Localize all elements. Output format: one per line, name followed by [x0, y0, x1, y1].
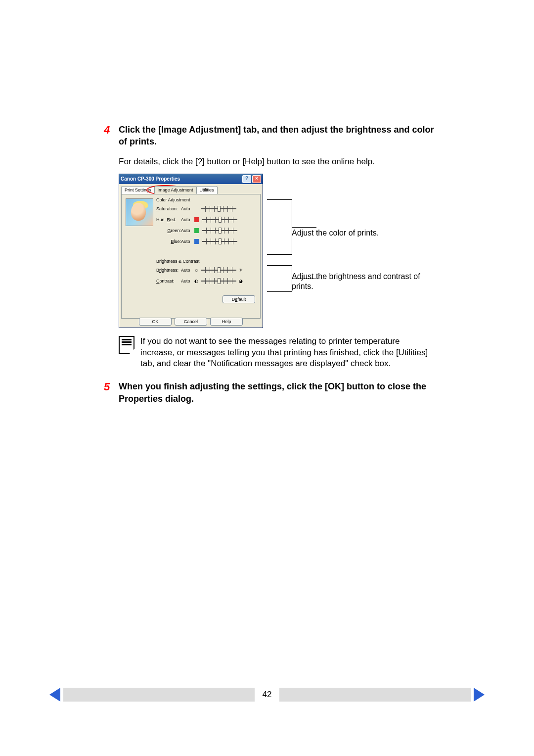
- label-green: Green:: [156, 228, 181, 233]
- footer-bar-right: [279, 688, 471, 702]
- page-footer: 42: [0, 688, 534, 702]
- properties-dialog: Canon CP-300 Properties ? × Print Settin…: [119, 174, 263, 328]
- tab-utilities[interactable]: Utilities: [196, 186, 218, 194]
- row-green: Green: Auto: [156, 225, 238, 236]
- value-saturation: Auto: [181, 206, 193, 211]
- row-contrast: Contrast: Auto ◐ ◕: [156, 276, 244, 286]
- step-number: 5: [104, 380, 119, 405]
- slider-blue[interactable]: [202, 238, 237, 244]
- close-window-button[interactable]: ×: [252, 175, 261, 183]
- group-color-title: Color Adjustment: [156, 197, 238, 202]
- sun-dim-icon: ☼: [193, 268, 200, 273]
- bracket-color: [267, 199, 292, 255]
- titlebar: Canon CP-300 Properties ? ×: [119, 174, 263, 184]
- label-saturation: Saturation:: [156, 206, 181, 211]
- slider-hue-red[interactable]: [202, 217, 237, 223]
- callout-brightness: Adjust the brightness and contrast of pr…: [292, 272, 435, 292]
- tabstrip: Print Settings Image Adjustment Utilitie…: [119, 186, 263, 194]
- next-page-arrow-icon[interactable]: [474, 688, 485, 702]
- value-green: Auto: [181, 228, 193, 233]
- slider-green[interactable]: [202, 228, 237, 234]
- slider-saturation[interactable]: [201, 206, 236, 212]
- row-brightness: Brightness: Auto ☼ ☀: [156, 265, 244, 276]
- bracket-brightness: [267, 265, 292, 292]
- note-icon: [119, 336, 134, 354]
- label-brightness: Brightness:: [156, 268, 181, 273]
- help-window-button[interactable]: ?: [242, 175, 251, 183]
- step-body: Click the [Image Adjustment] tab, and th…: [119, 124, 435, 148]
- step-number: 4: [104, 124, 119, 148]
- label-hue-red: Hue Red:: [156, 217, 181, 222]
- swatch-red-icon: [194, 217, 199, 222]
- tab-pane: Color Adjustment Saturation: Auto Hue Re…: [121, 194, 261, 319]
- prev-page-arrow-icon[interactable]: [49, 688, 60, 702]
- step-4-subtext: For details, click the [?] button or [He…: [119, 157, 435, 167]
- sun-bright-icon: ☀: [237, 268, 244, 273]
- swatch-blue-icon: [194, 239, 199, 244]
- slider-brightness[interactable]: [201, 267, 236, 273]
- row-blue: Blue: Auto: [156, 236, 238, 247]
- default-button-row: Default: [222, 295, 255, 303]
- tab-print-settings[interactable]: Print Settings: [121, 186, 155, 194]
- ok-button[interactable]: OK: [139, 318, 172, 326]
- default-button[interactable]: Default: [222, 295, 255, 303]
- note-text: If you do not want to see the messages r…: [140, 336, 435, 370]
- row-hue-red: Hue Red: Auto: [156, 214, 238, 225]
- group-bc-title: Brightness & Contrast: [156, 259, 244, 264]
- step-5-title: When you finish adjusting the settings, …: [119, 380, 435, 405]
- dialog-button-row: OK Cancel Help: [119, 318, 263, 326]
- value-brightness: Auto: [181, 268, 193, 273]
- note-block: If you do not want to see the messages r…: [119, 336, 435, 370]
- page-number: 42: [255, 690, 279, 700]
- swatch-green-icon: [194, 228, 199, 233]
- value-blue: Auto: [181, 239, 193, 244]
- label-blue: Blue:: [156, 239, 181, 244]
- page: 4 Click the [Image Adjustment] tab, and …: [0, 0, 534, 756]
- step-4-title: Click the [Image Adjustment] tab, and th…: [119, 124, 435, 148]
- value-contrast: Auto: [181, 279, 193, 284]
- footer-bar-left: [63, 688, 255, 702]
- value-hue-red: Auto: [181, 217, 193, 222]
- row-saturation: Saturation: Auto: [156, 203, 238, 214]
- group-color-adjustment: Color Adjustment Saturation: Auto Hue Re…: [156, 197, 238, 247]
- dialog-title: Canon CP-300 Properties: [121, 176, 242, 182]
- preview-thumbnail: [126, 198, 153, 226]
- step-5: 5 When you finish adjusting the settings…: [104, 380, 435, 405]
- tab-image-adjustment[interactable]: Image Adjustment: [154, 186, 197, 194]
- contrast-low-icon: ◐: [193, 279, 200, 284]
- group-brightness-contrast: Brightness & Contrast Brightness: Auto ☼…: [156, 259, 244, 286]
- help-button[interactable]: Help: [210, 318, 243, 326]
- figure-wrapper: Canon CP-300 Properties ? × Print Settin…: [119, 174, 435, 327]
- step-4: 4 Click the [Image Adjustment] tab, and …: [104, 124, 435, 148]
- label-contrast: Contrast:: [156, 279, 181, 284]
- callout-color: Adjust the color of prints.: [292, 228, 379, 238]
- step-body: When you finish adjusting the settings, …: [119, 380, 435, 405]
- slider-contrast[interactable]: [201, 278, 236, 284]
- contrast-high-icon: ◕: [237, 279, 244, 284]
- cancel-button[interactable]: Cancel: [175, 318, 207, 326]
